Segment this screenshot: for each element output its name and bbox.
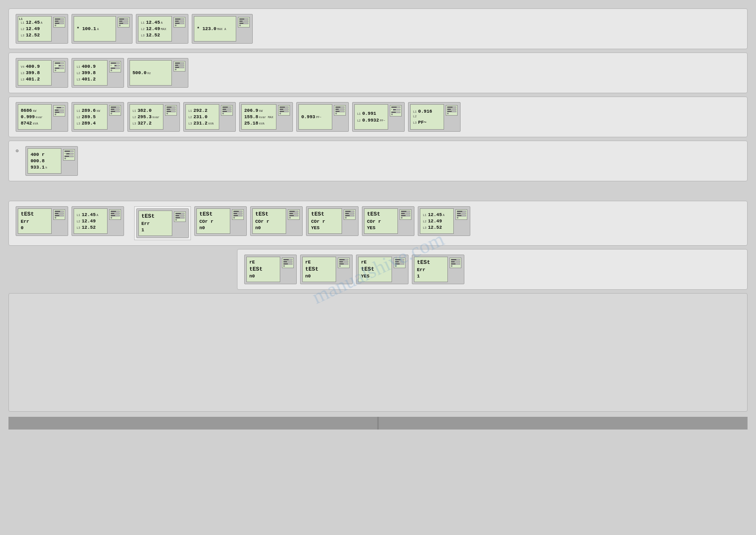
- widget-power-3p-kvar: L1 382.0 L2 295.3 kvar L3 327.2: [127, 102, 180, 132]
- widget-current-3phase-4: L1 12.45 A L2 12.49 L3 12.52: [418, 206, 470, 236]
- widget-test-err-1-bottom: tESt Err 1: [412, 255, 464, 284]
- widget-test-corr-yes-2: tESt COr r YES: [362, 206, 414, 236]
- widget-voltage-3phase-1: V4 400.9 L3 399.8 L3 401.2: [16, 58, 68, 88]
- ind-block-1: [53, 17, 65, 28]
- widget-power-3p-kva: L1 292.2 L2 231.0 L3 231.2 kVA: [183, 102, 236, 132]
- section-power: 8686 kW 0.999 kvar 8742 kVA v: [8, 97, 748, 137]
- widget-current-3phase-1: L1 L1 12.45 A L2 12.49 L3 12.52: [16, 14, 68, 44]
- widget-current-single-1: * 100.1 A: [72, 14, 132, 44]
- widget-current-3phase-2: L1 12.45 A L2 12.49 MAX L3 12.52: [136, 14, 188, 44]
- bottom-bar: [8, 417, 748, 430]
- section-voltage: V4 400.9 L3 399.8 L3 401.2: [8, 53, 748, 93]
- widget-voltage-3phase-2: L1 400.9 L2 399.8 L3 401.2: [72, 58, 124, 88]
- widget-energy: 400 r 000.8 933.1 h: [25, 146, 78, 176]
- widget-current-max: * 123.0 MAX A: [192, 14, 253, 44]
- widget-pf-2: L1 0.991 L2 0.9932 PF~ r: [352, 102, 405, 132]
- widget-pf-3phase: L1 0.916 L2 L3 PF~: [408, 102, 461, 132]
- energy-icon: ⊙: [16, 148, 19, 154]
- lcd-display-1: L1 L1 12.45 A L2 12.49 L3 12.52: [18, 16, 52, 42]
- lcd-lines: L1 12.45 A L2 12.49 L3 12.52: [21, 19, 49, 39]
- ind-row: [55, 18, 64, 20]
- widget-re-test-yes: rE tESt YES: [356, 255, 408, 284]
- lcd-line-2: L2 12.49: [21, 26, 49, 32]
- gap-1: [8, 185, 748, 197]
- lcd-line-3: L3 12.52: [21, 32, 49, 38]
- lcd-display-2: * 100.1 A: [74, 16, 116, 42]
- widget-power-demand: 206.9 kW 155.8 kvar MAX 25.18 kVA: [239, 102, 293, 132]
- phase-label: L1: [19, 17, 22, 21]
- widget-test-corr-n0-2: tESt COr r n0: [250, 206, 303, 236]
- ind-bar: [55, 18, 64, 20]
- widget-re-test-n0-2: rE tESt n0: [300, 255, 353, 284]
- lcd-line-1: L1 12.45 A: [21, 19, 49, 25]
- widget-re-test-n0-1: rE tESt n0: [244, 255, 297, 284]
- widget-current-3phase-3: L1 12.45 A L2 12.49 L3 12.52: [72, 206, 124, 236]
- widget-test-corr-yes-1: tESt COr r YES: [306, 206, 359, 236]
- widget-power-3p-kw: L1 289.6 kW L2 289.5 L3 289.4: [72, 102, 124, 132]
- section-energy: ⊙ 400 r 000.8 933.1 h: [8, 141, 748, 181]
- widget-test-err-0: tESt Err 0: [16, 206, 68, 236]
- widget-pf-total: 0.993 PF~: [296, 102, 349, 132]
- widget-test-err-1: tESt Err 1: [136, 208, 189, 238]
- widget-power-total: 8686 kW 0.999 kvar 8742 kVA v: [16, 102, 68, 132]
- side-indicators-1: [52, 16, 66, 42]
- section-current: L1 L1 12.45 A L2 12.49 L3 12.52: [8, 8, 748, 49]
- widget-frequency: 500.0 Hz: [127, 58, 188, 88]
- bottom-bar-right: [379, 417, 748, 430]
- section-test-row: tESt Err 0: [8, 201, 748, 246]
- bottom-bar-left: [8, 417, 377, 430]
- widget-test-corr-n0-1: tESt COr r n0: [194, 206, 247, 236]
- test-box-1: tESt Err 1: [134, 206, 191, 240]
- empty-area-bottom: [8, 293, 748, 412]
- section-re-test: rE tESt n0: [237, 249, 748, 290]
- main-page: manualshive.com L1 L1 12.45 A L2 12.49: [0, 0, 756, 438]
- side-indicators-2: [117, 16, 130, 42]
